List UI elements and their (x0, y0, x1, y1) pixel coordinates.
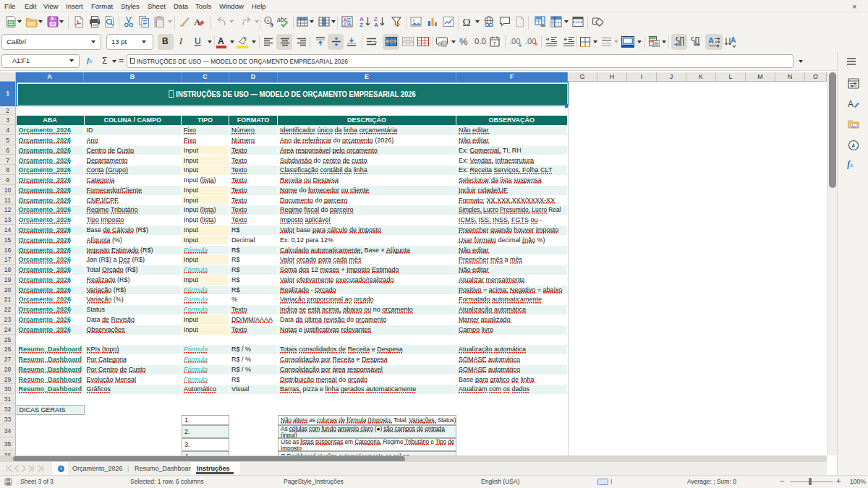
svg-text:Ω: Ω (463, 17, 471, 28)
svg-text:abc: abc (277, 16, 287, 23)
svg-text:A: A (708, 36, 714, 45)
svg-text:A: A (374, 22, 378, 28)
svg-text:A: A (348, 22, 352, 27)
svg-text:A: A (848, 99, 854, 109)
svg-text:d: d (271, 22, 273, 27)
svg-text:Z: Z (343, 22, 346, 27)
svg-text:A: A (194, 17, 201, 27)
svg-text:Z: Z (359, 22, 363, 28)
svg-text:7: 7 (493, 40, 496, 47)
svg-text:a: a (267, 18, 270, 22)
svg-text:A: A (731, 36, 736, 44)
